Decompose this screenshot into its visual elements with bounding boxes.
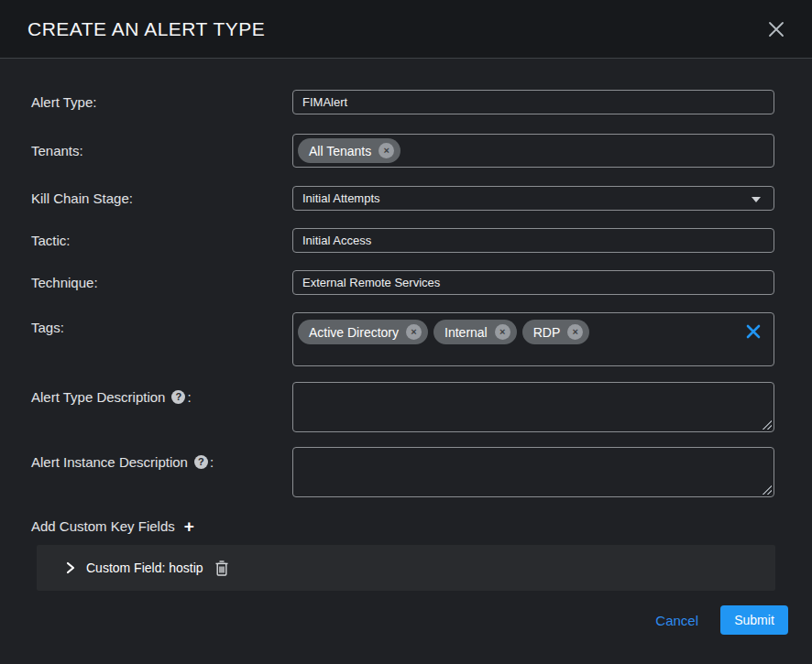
alert-type-description-label: Alert Type Description ? : — [31, 382, 292, 405]
chip-remove-icon[interactable]: × — [495, 324, 510, 340]
tenant-chip: All Tenants × — [298, 138, 401, 163]
tag-chip: Active Directory × — [298, 320, 428, 344]
alert-type-input[interactable] — [292, 90, 774, 114]
alert-instance-description-label: Alert Instance Description ? : — [31, 447, 292, 470]
tactic-input[interactable] — [292, 228, 774, 253]
tag-chip: RDP × — [522, 320, 590, 344]
help-icon[interactable]: ? — [194, 455, 208, 469]
caret-down-icon — [752, 197, 761, 202]
tag-chip-label: RDP — [533, 325, 561, 340]
alert-instance-description-input[interactable] — [293, 448, 774, 496]
chevron-right-icon[interactable] — [64, 561, 77, 575]
tactic-label: Tactic: — [31, 233, 292, 248]
chip-remove-icon[interactable]: × — [406, 324, 422, 340]
custom-field-row[interactable]: Custom Field: hostip — [37, 545, 775, 591]
modal-body: Alert Type: Tenants: All Tenants × Kill … — [0, 59, 812, 664]
modal-title: CREATE AN ALERT TYPE — [27, 18, 265, 40]
modal-footer: Cancel Submit — [31, 605, 812, 635]
alert-type-description-input[interactable] — [293, 383, 774, 431]
tags-input[interactable]: Active Directory × Internal × RDP × — [292, 312, 774, 366]
custom-field-label: Custom Field: hostip — [86, 561, 203, 575]
add-custom-field-icon[interactable]: + — [184, 519, 194, 534]
kill-chain-stage-label: Kill Chain Stage: — [31, 190, 292, 206]
alert-type-label: Alert Type: — [31, 94, 292, 110]
technique-label: Technique: — [31, 275, 292, 290]
modal-header: CREATE AN ALERT TYPE — [0, 0, 812, 59]
tag-chip: Internal × — [433, 320, 517, 344]
tenant-chip-label: All Tenants — [309, 144, 371, 158]
chip-remove-icon[interactable]: × — [379, 143, 394, 158]
tags-label: Tags: — [31, 312, 292, 335]
chip-remove-icon[interactable]: × — [567, 324, 583, 340]
create-alert-type-modal: CREATE AN ALERT TYPE Alert Type: Tenants… — [0, 0, 812, 664]
tenants-label: Tenants: — [31, 143, 292, 158]
trash-icon[interactable] — [214, 560, 229, 577]
tags-clear-icon[interactable] — [745, 323, 762, 340]
help-icon[interactable]: ? — [171, 390, 185, 404]
kill-chain-stage-select[interactable]: Initial Attempts — [292, 186, 774, 211]
technique-input[interactable] — [292, 270, 774, 295]
tenants-input[interactable]: All Tenants × — [292, 134, 774, 168]
tag-chip-label: Active Directory — [309, 325, 399, 340]
submit-button[interactable]: Submit — [720, 605, 788, 635]
kill-chain-stage-value: Initial Attempts — [302, 191, 380, 205]
tag-chip-label: Internal — [444, 325, 488, 340]
add-custom-key-fields-label: Add Custom Key Fields — [31, 518, 175, 534]
close-icon[interactable] — [764, 17, 788, 41]
cancel-button[interactable]: Cancel — [655, 613, 698, 628]
